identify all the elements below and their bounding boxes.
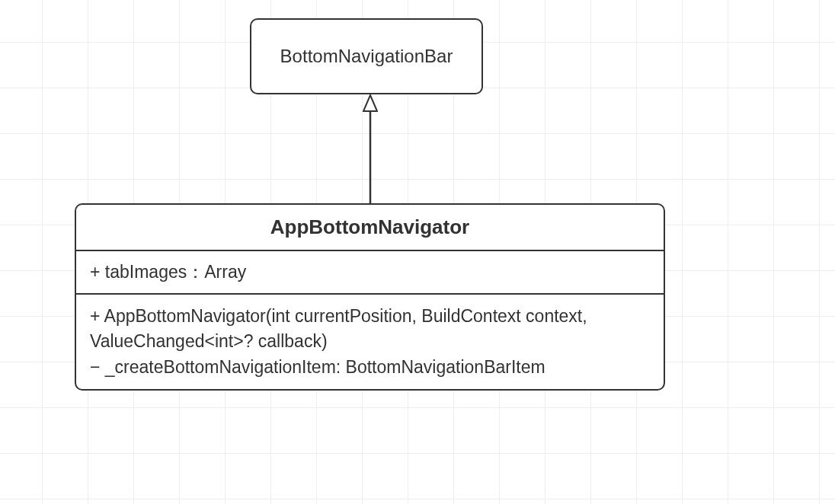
class-operation: − _createBottomNavigationItem: BottomNav… [90, 355, 650, 380]
class-box-parent[interactable]: BottomNavigationBar [250, 18, 483, 94]
class-name-child: AppBottomNavigator [76, 205, 664, 251]
class-box-child[interactable]: AppBottomNavigator + tabImages：Array + A… [75, 203, 665, 391]
class-attributes-section: + tabImages：Array [76, 251, 664, 295]
class-operations-section: + AppBottomNavigator(int currentPosition… [76, 295, 664, 389]
class-operation: + AppBottomNavigator(int currentPosition… [90, 304, 650, 355]
class-name-parent: BottomNavigationBar [280, 46, 453, 67]
uml-canvas: BottomNavigationBar AppBottomNavigator +… [0, 0, 835, 504]
class-attribute: + tabImages：Array [90, 260, 650, 284]
generalization-arrow [363, 94, 378, 203]
arrow-triangle [363, 95, 377, 111]
